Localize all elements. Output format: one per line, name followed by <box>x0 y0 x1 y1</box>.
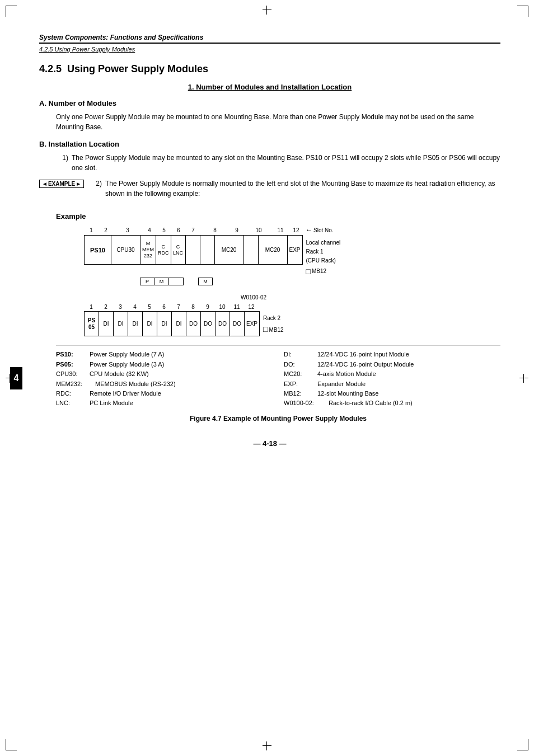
list-item-2-text: The Power Supply Module is normally moun… <box>105 179 500 199</box>
legend-row-mb12: MB12: 12-slot Mounting Base <box>284 389 500 398</box>
legend-row-cpu30: CPU30: CPU Module (32 KW) <box>56 370 273 378</box>
list-item-2-num: 2) <box>90 179 102 199</box>
corner-br <box>517 739 528 750</box>
rack1-labels: Local channel Rack 1 (CPU Rack) □MB12 <box>306 235 341 278</box>
cross-top <box>263 6 271 15</box>
legend-row-exp: EXP: Expander Module <box>284 380 500 388</box>
legend-row-mem232: MEM232: MEMOBUS Module (RS-232) <box>56 380 273 388</box>
list-item-1-text: The Power Supply Module may be mounted t… <box>72 153 500 173</box>
cross-right <box>519 374 528 383</box>
legend-row-ps05: PS05: Power Supply Module (3 A) <box>56 360 273 369</box>
corner-bl <box>6 739 17 750</box>
list-item-1: 1) The Power Supply Module may be mounte… <box>56 153 500 173</box>
legend-right: DI: 12/24-VDC 16-point Input Module DO: … <box>284 350 500 408</box>
legend-row-di: DI: 12/24-VDC 16-point Input Module <box>284 350 500 359</box>
sub-a-heading: A. Number of Modules <box>39 99 500 107</box>
corner-tl <box>6 6 17 17</box>
legend-row-mc20: MC20: 4-axis Motion Module <box>284 370 500 378</box>
sub-b-heading: B. Installation Location <box>39 140 500 148</box>
example-tag: EXAMPLE <box>39 180 84 188</box>
legend-row-ps10: PS10: Power Supply Module (7 A) <box>56 350 273 359</box>
list-item-1-num: 1) <box>56 153 68 173</box>
cross-bottom <box>263 741 271 750</box>
legend-section: PS10: Power Supply Module (7 A) PS05: Po… <box>56 345 500 408</box>
side-tab: 4 <box>10 367 22 389</box>
legend-row-rdc: RDC: Remote I/O Driver Module <box>56 389 273 398</box>
rack2-table: PS05 DI DI DI DI DI DI DO DO DO DO EXP <box>84 311 260 336</box>
w-label: W0100-02 <box>241 294 266 300</box>
rack2-labels: Rack 2 □MB12 <box>263 311 284 336</box>
numbered-heading: 1. Number of Modules and Installation Lo… <box>39 83 500 91</box>
legend-row-lnc: LNC: PC Link Module <box>56 399 273 407</box>
header-section: System Components: Functions and Specifi… <box>39 34 500 44</box>
rack2-diagram: 1 2 3 4 5 6 7 8 9 10 11 12 <box>56 304 500 336</box>
legend-row-w0100: W0100-02: Rack-to-rack I/O Cable (0.2 m) <box>284 399 500 407</box>
corner-tr <box>517 6 528 17</box>
rack1-diagram: 1 2 3 4 5 6 7 8 9 10 11 12 ← Slot No. <box>56 226 500 285</box>
rack1-table: PS10 CPU30 MMEM232 CRDC CLNC MC20 MC20 E… <box>84 235 303 265</box>
example-heading: Example <box>56 212 500 220</box>
list-item-2: 2) The Power Supply Module is normally m… <box>90 179 500 199</box>
figure-caption: Figure 4.7 Example of Mounting Power Sup… <box>56 415 500 422</box>
header-subtitle: 4.2.5 Using Power Supply Modules <box>39 46 135 53</box>
legend-row-do: DO: 12/24-VDC 16-point Output Module <box>284 360 500 369</box>
section-title: 4.2.5 Using Power Supply Modules <box>39 63 500 75</box>
page-number: — 4-18 — <box>39 439 500 448</box>
header-title: System Components: Functions and Specifi… <box>39 34 500 41</box>
legend-left: PS10: Power Supply Module (7 A) PS05: Po… <box>56 350 273 408</box>
diagram-container: 1 2 3 4 5 6 7 8 9 10 11 12 ← Slot No. <box>56 226 500 422</box>
sub-a-body: Only one Power Supply Module may be moun… <box>56 112 500 132</box>
